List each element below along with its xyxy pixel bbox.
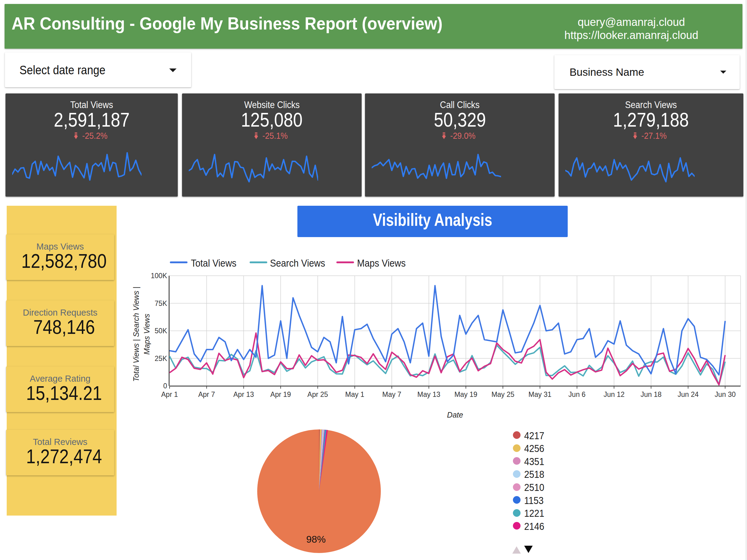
svg-text:May 31: May 31 <box>529 391 551 398</box>
svg-text:May 25: May 25 <box>491 391 514 398</box>
svg-text:May 1: May 1 <box>345 391 364 398</box>
svg-text:May 7: May 7 <box>382 391 402 398</box>
svg-text:May 19: May 19 <box>455 391 477 398</box>
svg-text:Jun 12: Jun 12 <box>603 391 625 398</box>
svg-text:Jun 18: Jun 18 <box>641 391 662 398</box>
svg-text:100K: 100K <box>151 272 167 280</box>
svg-text:Apr 19: Apr 19 <box>270 391 291 398</box>
svg-text:75K: 75K <box>155 299 168 308</box>
svg-text:98%: 98% <box>306 534 326 545</box>
svg-text:Jun 6: Jun 6 <box>568 391 585 398</box>
svg-text:Apr 7: Apr 7 <box>198 391 215 398</box>
svg-text:Jun 24: Jun 24 <box>677 391 699 398</box>
svg-text:Date: Date <box>447 410 463 419</box>
svg-text:50K: 50K <box>155 327 168 335</box>
svg-text:Apr 25: Apr 25 <box>307 391 328 398</box>
svg-text:25K: 25K <box>155 354 168 363</box>
svg-text:May 13: May 13 <box>417 391 440 398</box>
svg-text:Jun 30: Jun 30 <box>715 391 736 398</box>
svg-text:Apr 13: Apr 13 <box>233 391 254 398</box>
svg-text:Apr 1: Apr 1 <box>161 391 178 398</box>
svg-text:0: 0 <box>163 382 167 390</box>
